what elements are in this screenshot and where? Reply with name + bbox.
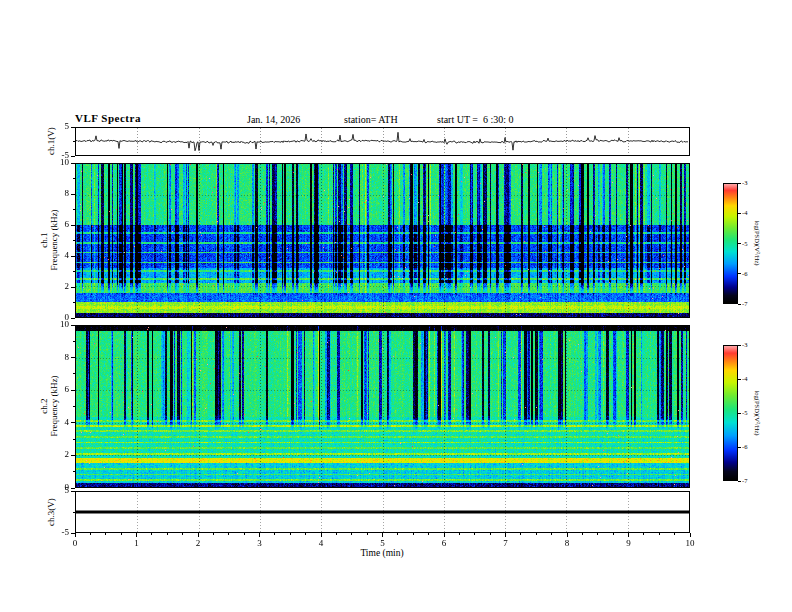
y-minor-tick-mark — [73, 271, 75, 272]
x-tick-mark — [136, 533, 137, 537]
colorbar-tick-label: -5 — [742, 409, 747, 416]
y-tick-label: 5 — [47, 121, 69, 131]
x-minor-tick-mark — [674, 533, 675, 535]
y-minor-tick-mark — [73, 406, 75, 407]
y-tick-mark — [71, 357, 75, 358]
x-minor-tick-mark — [367, 533, 368, 535]
panel-ch3-waveform — [75, 491, 690, 533]
x-tick-mark — [382, 533, 383, 537]
x-tick-label: 8 — [555, 538, 579, 548]
x-minor-tick-mark — [413, 533, 414, 535]
x-minor-tick-mark — [274, 533, 275, 535]
y-tick-mark — [71, 488, 75, 489]
y-tick-label: 8 — [47, 188, 69, 198]
x-minor-tick-mark — [182, 533, 183, 535]
colorbar-tick-mark — [738, 345, 741, 346]
x-minor-tick-mark — [151, 533, 152, 535]
colorbar-tick-label: -6 — [742, 270, 747, 277]
figure-title: VLF Spectra — [75, 112, 141, 124]
colorbar-tick-label: -3 — [742, 179, 747, 186]
y-tick-label: 2 — [47, 281, 69, 291]
x-minor-tick-mark — [597, 533, 598, 535]
y-minor-tick-mark — [73, 178, 75, 179]
x-minor-tick-mark — [305, 533, 306, 535]
y-minor-tick-mark — [73, 341, 75, 342]
ch3-voltage-axis-label: ch.3(V) — [46, 498, 56, 526]
colorbar-ch2 — [723, 345, 738, 481]
panel-ch1-waveform — [75, 127, 690, 156]
y-minor-tick-mark — [73, 373, 75, 374]
colorbar-tick-label: -4 — [742, 375, 747, 382]
x-minor-tick-mark — [490, 533, 491, 535]
y-minor-tick-mark — [73, 302, 75, 303]
y-tick-mark — [71, 127, 75, 128]
colorbar-tick-mark — [738, 379, 741, 380]
x-tick-label: 6 — [432, 538, 456, 548]
y-minor-tick-mark — [73, 240, 75, 241]
y-minor-tick-mark — [73, 209, 75, 210]
y-tick-mark — [71, 287, 75, 288]
y-tick-mark — [71, 491, 75, 492]
colorbar-tick-mark — [738, 273, 741, 274]
x-minor-tick-mark — [613, 533, 614, 535]
y-minor-tick-mark — [73, 141, 75, 142]
y-tick-mark — [71, 163, 75, 164]
colorbar-tick-label: -6 — [742, 443, 747, 450]
y-tick-mark — [71, 318, 75, 319]
x-minor-tick-mark — [290, 533, 291, 535]
x-tick-label: 5 — [371, 538, 395, 548]
x-minor-tick-mark — [213, 533, 214, 535]
x-minor-tick-mark — [336, 533, 337, 535]
x-minor-tick-mark — [474, 533, 475, 535]
colorbar-tick-mark — [738, 183, 741, 184]
x-tick-label: 4 — [309, 538, 333, 548]
y-tick-label: 10 — [47, 319, 69, 329]
y-minor-tick-mark — [73, 439, 75, 440]
x-minor-tick-mark — [397, 533, 398, 535]
y-tick-mark — [71, 156, 75, 157]
colorbar-tick-mark — [738, 413, 741, 414]
vlf-spectra-figure: VLF Spectra Jan. 14, 2026 station= ATH s… — [0, 0, 792, 612]
header-station: station= ATH — [344, 114, 398, 125]
y-tick-mark — [71, 325, 75, 326]
x-minor-tick-mark — [643, 533, 644, 535]
panel-ch1-spectrogram — [75, 163, 690, 318]
x-minor-tick-mark — [582, 533, 583, 535]
x-tick-mark — [75, 533, 76, 537]
x-minor-tick-mark — [105, 533, 106, 535]
y-tick-label: 2 — [47, 449, 69, 459]
x-minor-tick-mark — [90, 533, 91, 535]
colorbar-tick-label: -3 — [742, 341, 747, 348]
colorbar-ch1-canvas — [724, 184, 737, 303]
y-tick-mark — [71, 455, 75, 456]
ch1-waveform-canvas — [76, 128, 689, 155]
colorbar-ch2-canvas — [724, 346, 737, 480]
y-tick-mark — [71, 390, 75, 391]
y-tick-label: 6 — [47, 384, 69, 394]
x-minor-tick-mark — [351, 533, 352, 535]
y-tick-label: 4 — [47, 250, 69, 260]
x-tick-label: 7 — [494, 538, 518, 548]
ch1-spectrogram-canvas — [76, 164, 689, 317]
colorbar-ch1-label: log(PSD)(V²/Hz) — [754, 221, 761, 266]
x-tick-label: 2 — [186, 538, 210, 548]
colorbar-tick-label: -7 — [742, 300, 747, 307]
colorbar-ch2-label: log(PSD)(V²/Hz) — [754, 391, 761, 436]
x-minor-tick-mark — [536, 533, 537, 535]
x-tick-label: 0 — [63, 538, 87, 548]
y-tick-mark — [71, 194, 75, 195]
x-tick-mark — [444, 533, 445, 537]
x-minor-tick-mark — [551, 533, 552, 535]
x-minor-tick-mark — [659, 533, 660, 535]
x-minor-tick-mark — [520, 533, 521, 535]
colorbar-tick-mark — [738, 481, 741, 482]
colorbar-tick-mark — [738, 243, 741, 244]
colorbar-tick-label: -5 — [742, 240, 747, 247]
y-tick-label: 5 — [47, 485, 69, 495]
header-date: Jan. 14, 2026 — [247, 114, 300, 125]
y-tick-label: 10 — [47, 157, 69, 167]
y-tick-mark — [71, 256, 75, 257]
colorbar-tick-mark — [738, 304, 741, 305]
colorbar-ch1 — [723, 183, 738, 304]
ch3-waveform-canvas — [76, 492, 689, 532]
